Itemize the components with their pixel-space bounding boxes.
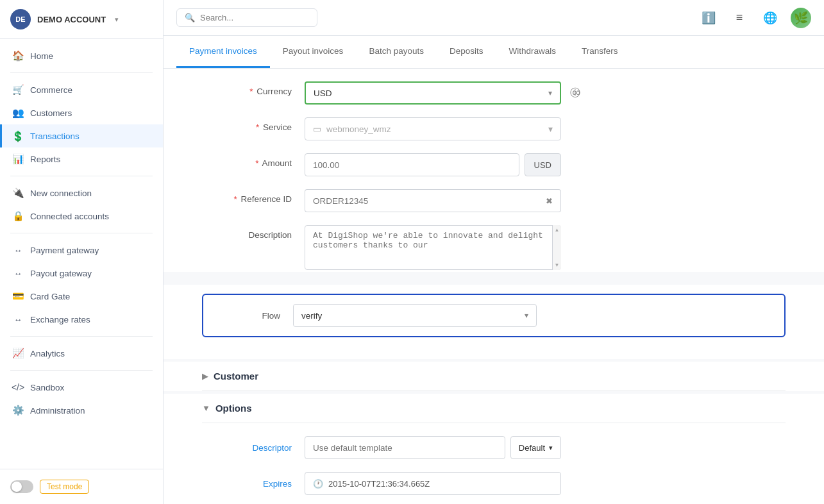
sidebar-item-label: Customers [30, 108, 72, 118]
description-row: Description ▲ ▼ [202, 225, 786, 272]
currency-field: USD ▾ ∞ ⓘ [305, 81, 561, 105]
service-row: * Service ▭ webmoney_wmz ▾ [202, 117, 786, 140]
reference-id-row: * Reference ID ✖ [202, 189, 786, 212]
sidebar-item-label: Exchange rates [30, 315, 90, 324]
sidebar-item-label: New connection [30, 189, 92, 198]
avatar-pattern: 🌿 [794, 11, 808, 25]
options-section-body: Descriptor Default ▾ Expires [202, 423, 786, 504]
card-gate-icon: 💳 [12, 290, 24, 302]
account-chevron-icon: ▾ [115, 15, 119, 24]
amount-field: USD [305, 153, 561, 176]
customers-icon: 👥 [12, 107, 24, 119]
description-textarea[interactable] [305, 225, 561, 270]
toggle-knob [12, 482, 22, 492]
home-icon: 🏠 [12, 50, 24, 62]
descriptor-input[interactable] [305, 436, 505, 459]
sidebar-item-label: Payment gateway [30, 246, 99, 255]
expires-row: Expires 🕐 2015-10-07T21:36:34.665Z [202, 472, 786, 495]
service-label: * Service [202, 117, 305, 132]
flow-chevron-icon: ▾ [525, 311, 528, 320]
customer-section-header[interactable]: ▶ Customer [202, 362, 786, 391]
sidebar-item-exchange-rates[interactable]: ↔️ Exchange rates [0, 308, 163, 331]
sidebar-item-new-connection[interactable]: 🔌 New connection [0, 181, 163, 205]
account-name: DEMO ACCOUNT [37, 15, 106, 24]
sidebar-item-home[interactable]: 🏠 Home [0, 44, 163, 67]
sidebar-nav: 🏠 Home 🛒 Commerce 👥 Customers 💲 Transact… [0, 39, 163, 469]
sidebar-item-analytics[interactable]: 📈 Analytics [0, 342, 163, 365]
info-icon[interactable]: ℹ️ [698, 8, 719, 28]
sidebar-footer: Test mode [0, 469, 163, 504]
currency-chevron-icon: ▾ [548, 88, 552, 97]
sidebar-item-label: Administration [30, 406, 85, 416]
globe-icon[interactable]: 🌐 [760, 8, 780, 28]
sidebar-item-commerce[interactable]: 🛒 Commerce [0, 78, 163, 101]
commerce-icon: 🛒 [12, 84, 24, 96]
payout-gateway-icon: ↔️ [12, 267, 24, 279]
sidebar-item-payment-gateway[interactable]: ↔️ Payment gateway [0, 239, 163, 262]
sidebar: DE DEMO ACCOUNT ▾ 🏠 Home 🛒 Commerce 👥 Cu… [0, 0, 164, 504]
amount-row: * Amount USD [202, 153, 786, 176]
tab-payment-invoices[interactable]: Payment invoices [176, 36, 270, 68]
content-area: * Currency USD ▾ ∞ ⓘ * Service [164, 69, 824, 504]
nav-divider-2 [10, 176, 153, 176]
sidebar-item-label: Reports [30, 155, 60, 164]
reference-id-random-button[interactable]: ✖ [538, 189, 561, 212]
sidebar-item-customers[interactable]: 👥 Customers [0, 101, 163, 124]
sidebar-item-label: Commerce [30, 85, 72, 95]
amount-label: * Amount [202, 153, 305, 168]
search-input[interactable] [200, 13, 309, 22]
flow-select[interactable]: verify ▾ [293, 304, 537, 327]
tab-batch-payouts[interactable]: Batch payouts [356, 36, 437, 68]
currency-select[interactable]: USD ▾ [305, 81, 561, 105]
nav-divider-4 [10, 336, 153, 337]
description-field: ▲ ▼ [305, 225, 561, 272]
analytics-icon: 📈 [12, 348, 24, 359]
flow-section: Flow verify ▾ [202, 294, 786, 337]
customer-section-title: Customer [214, 371, 258, 382]
description-label: Description [202, 225, 305, 240]
service-select[interactable]: ▭ webmoney_wmz ▾ [305, 117, 561, 140]
user-avatar[interactable]: 🌿 [791, 8, 811, 28]
currency-row: * Currency USD ▾ ∞ ⓘ [202, 81, 786, 105]
descriptor-select[interactable]: Default ▾ [510, 436, 561, 459]
list-icon[interactable]: ≡ [729, 8, 750, 28]
options-section-header[interactable]: ▼ Options [202, 394, 786, 423]
expires-field: 🕐 2015-10-07T21:36:34.665Z [305, 472, 561, 495]
expires-input[interactable]: 🕐 2015-10-07T21:36:34.665Z [305, 472, 561, 495]
tab-payout-invoices[interactable]: Payout invoices [270, 36, 357, 68]
transactions-icon: 💲 [12, 130, 24, 142]
sidebar-item-transactions[interactable]: 💲 Transactions [0, 124, 163, 147]
tab-withdrawals[interactable]: Withdrawals [496, 36, 569, 68]
sidebar-item-administration[interactable]: ⚙️ Administration [0, 399, 163, 422]
search-box[interactable]: 🔍 [176, 8, 317, 27]
sidebar-item-reports[interactable]: 📊 Reports [0, 147, 163, 171]
info-circle-icon[interactable]: ⓘ [570, 87, 580, 100]
scroll-down-icon: ▼ [555, 262, 560, 268]
sidebar-item-sandbox[interactable]: </> Sandbox [0, 376, 163, 399]
tabs-bar: Payment invoices Payout invoices Batch p… [164, 36, 824, 69]
sidebar-item-label: Sandbox [30, 383, 64, 392]
options-section-chevron-icon: ▼ [202, 403, 210, 413]
test-mode-toggle[interactable] [10, 480, 33, 493]
sidebar-item-connected-accounts[interactable]: 🔒 Connected accounts [0, 205, 163, 228]
tab-deposits[interactable]: Deposits [437, 36, 496, 68]
tab-transfers[interactable]: Transfers [569, 36, 631, 68]
description-scrollbar[interactable]: ▲ ▼ [552, 225, 561, 270]
nav-divider-3 [10, 233, 153, 233]
options-section-title: Options [215, 403, 252, 414]
sidebar-item-card-gate[interactable]: 💳 Card Gate [0, 285, 163, 308]
test-mode-badge[interactable]: Test mode [40, 480, 89, 494]
amount-input[interactable] [305, 153, 519, 176]
nav-divider-5 [10, 370, 153, 371]
account-header[interactable]: DE DEMO ACCOUNT ▾ [0, 0, 163, 39]
sidebar-item-label: Card Gate [30, 292, 70, 301]
account-logo: DE [10, 9, 31, 29]
reference-id-input[interactable] [305, 189, 538, 212]
clock-icon: 🕐 [313, 479, 323, 489]
flow-label: Flow [216, 311, 293, 321]
scroll-up-icon: ▲ [555, 227, 560, 233]
sandbox-icon: </> [12, 382, 24, 393]
sidebar-item-label: Connected accounts [30, 212, 109, 221]
topbar: 🔍 ℹ️ ≡ 🌐 🌿 [164, 0, 824, 36]
sidebar-item-payout-gateway[interactable]: ↔️ Payout gateway [0, 262, 163, 285]
